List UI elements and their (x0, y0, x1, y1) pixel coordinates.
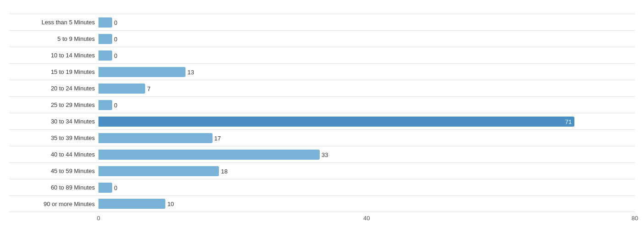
bar-track: 0 (98, 50, 635, 61)
bar-value: 7 (147, 85, 150, 92)
bar-track: 0 (98, 17, 635, 28)
x-tick: 80 (632, 215, 638, 222)
bar-fill (98, 67, 186, 77)
bar-fill (98, 84, 145, 94)
bar-label: 5 to 9 Minutes (9, 35, 98, 42)
bar-row: 5 to 9 Minutes0 (9, 30, 635, 47)
bar-fill (98, 183, 112, 193)
bar-label: 35 to 39 Minutes (9, 134, 98, 141)
bar-track: 17 (98, 133, 635, 143)
bar-label: 40 to 44 Minutes (9, 151, 98, 158)
bar-fill (98, 100, 112, 110)
bar-label: 30 to 34 Minutes (9, 118, 98, 125)
bar-label: 45 to 59 Minutes (9, 167, 98, 174)
bar-track: 0 (98, 100, 635, 110)
bar-label: 20 to 24 Minutes (9, 85, 98, 92)
bar-row: 35 to 39 Minutes17 (9, 129, 635, 146)
bar-value: 33 (322, 151, 328, 158)
bar-fill (98, 166, 219, 176)
x-tick: 0 (97, 215, 100, 222)
bar-value: 18 (221, 167, 227, 174)
x-tick: 40 (363, 215, 370, 222)
x-axis: 04080 (98, 215, 635, 224)
bar-fill (98, 17, 112, 28)
bar-value: 71 (565, 118, 572, 125)
bar-fill: 71 (98, 117, 574, 127)
bar-fill (98, 199, 165, 209)
bar-track: 33 (98, 150, 635, 160)
chart-container: Less than 5 Minutes05 to 9 Minutes010 to… (0, 0, 644, 240)
bar-label: 60 to 89 Minutes (9, 184, 98, 191)
bar-value: 10 (167, 201, 174, 207)
bar-track: 13 (98, 67, 635, 77)
bar-value: 0 (114, 35, 117, 42)
bar-row: 60 to 89 Minutes0 (9, 179, 635, 195)
bar-row: 45 to 59 Minutes18 (9, 162, 635, 179)
bar-track: 10 (98, 199, 635, 209)
bar-label: 25 to 29 Minutes (9, 101, 98, 108)
bar-fill (98, 133, 213, 143)
bar-track: 18 (98, 166, 635, 176)
bar-row: 10 to 14 Minutes0 (9, 47, 635, 63)
bar-value: 13 (187, 68, 194, 75)
bar-track: 0 (98, 183, 635, 193)
bar-label: 15 to 19 Minutes (9, 68, 98, 75)
bar-row: 15 to 19 Minutes13 (9, 63, 635, 80)
bar-row: Less than 5 Minutes0 (9, 14, 635, 30)
bar-row: 90 or more Minutes10 (9, 195, 635, 212)
bar-row: 40 to 44 Minutes33 (9, 146, 635, 162)
bar-row: 25 to 29 Minutes0 (9, 96, 635, 113)
bar-row: 30 to 34 Minutes71 (9, 113, 635, 129)
bar-value: 0 (114, 52, 117, 59)
chart-area: Less than 5 Minutes05 to 9 Minutes010 to… (9, 14, 635, 212)
bar-track: 0 (98, 34, 635, 44)
bar-value: 0 (114, 184, 117, 191)
bar-value: 0 (114, 19, 117, 26)
bar-value: 17 (214, 134, 221, 141)
bar-fill (98, 34, 112, 44)
bar-track: 71 (98, 117, 635, 127)
bar-label: 10 to 14 Minutes (9, 52, 98, 59)
bar-value: 0 (114, 101, 117, 108)
bar-fill (98, 50, 112, 61)
bar-row: 20 to 24 Minutes7 (9, 80, 635, 96)
bar-label: Less than 5 Minutes (9, 19, 98, 26)
bar-fill (98, 150, 320, 160)
bar-track: 7 (98, 84, 635, 94)
bar-label: 90 or more Minutes (9, 201, 98, 207)
